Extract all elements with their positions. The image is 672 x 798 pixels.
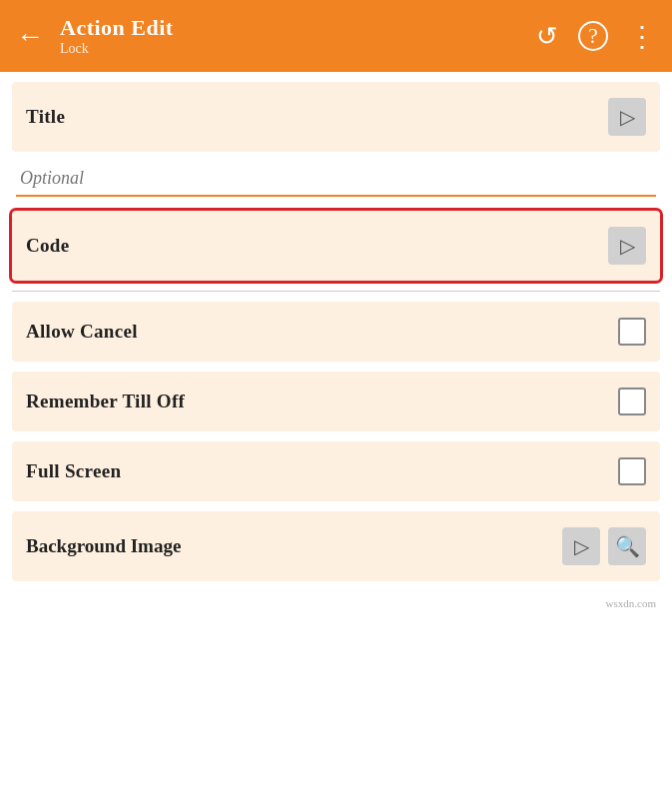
remember-till-off-checkbox[interactable] (618, 388, 646, 415)
code-field-label: Code (26, 235, 600, 257)
allow-cancel-row: Allow Cancel (12, 302, 660, 362)
page-subtitle: Lock (60, 41, 536, 57)
background-search-icon: 🔍 (615, 534, 640, 558)
section-divider (12, 291, 660, 292)
header-titles: Action Edit Lock (60, 15, 536, 57)
reset-icon[interactable]: ↺ (536, 21, 558, 52)
help-icon[interactable]: ? (578, 21, 608, 51)
code-file-icon: ▷ (620, 234, 635, 258)
background-image-file-button[interactable]: ▷ (562, 527, 600, 565)
remember-till-off-label: Remember Till Off (26, 391, 618, 412)
title-field-label: Title (26, 106, 600, 128)
content-area: Title ▷ Code ▷ Allow Cancel Remember Til… (0, 82, 672, 615)
code-field-row: Code ▷ (12, 211, 660, 281)
title-file-icon: ▷ (620, 105, 635, 129)
full-screen-checkbox[interactable] (618, 457, 646, 485)
background-image-search-button[interactable]: 🔍 (608, 527, 646, 565)
title-field-row: Title ▷ (12, 82, 660, 152)
allow-cancel-label: Allow Cancel (26, 321, 618, 343)
full-screen-label: Full Screen (26, 460, 618, 482)
optional-input[interactable] (16, 162, 656, 197)
code-file-button[interactable]: ▷ (608, 227, 646, 265)
title-file-button[interactable]: ▷ (608, 98, 646, 136)
header-actions: ↺ ? ⋮ (536, 20, 656, 53)
watermark: wsxdn.com (0, 591, 672, 615)
full-screen-row: Full Screen (12, 441, 660, 501)
allow-cancel-checkbox[interactable] (618, 318, 646, 346)
optional-input-row (12, 162, 660, 201)
background-image-label: Background Image (26, 535, 554, 557)
background-image-row: Background Image ▷ 🔍 (12, 511, 660, 581)
back-button[interactable] (16, 22, 44, 50)
remember-till-off-row: Remember Till Off (12, 372, 660, 431)
app-header: Action Edit Lock ↺ ? ⋮ (0, 0, 672, 72)
page-title: Action Edit (60, 15, 536, 41)
more-options-icon[interactable]: ⋮ (628, 20, 656, 53)
background-file-icon: ▷ (574, 534, 589, 558)
